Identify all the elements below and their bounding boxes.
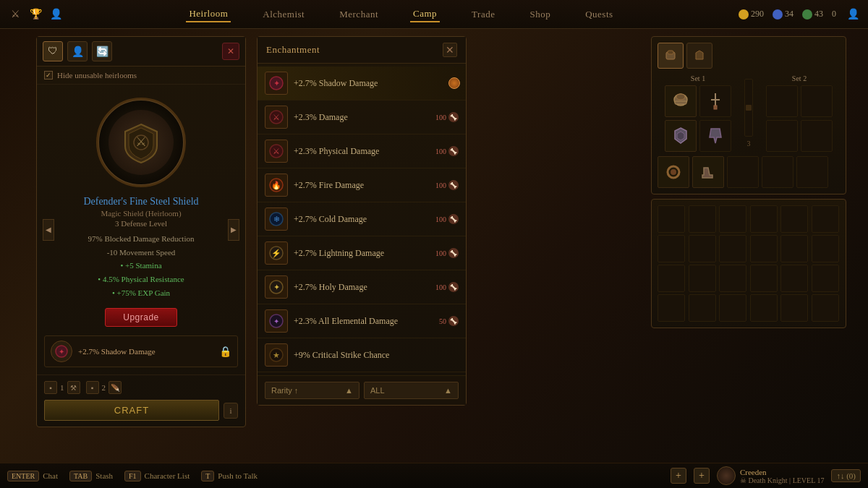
- svg-point-25: [676, 94, 685, 100]
- key-t: T: [201, 471, 214, 481]
- stat-2: -10 Movement Speed: [44, 246, 238, 260]
- enchant-item-7[interactable]: ✦ +2.3% All Elemental Damage 50 🦴: [258, 304, 466, 338]
- equipment-set-2: Set 2: [759, 74, 840, 152]
- inv-cell-16[interactable]: [780, 265, 808, 292]
- slot-helmet[interactable]: [665, 85, 697, 117]
- inv-cell-4[interactable]: [780, 205, 808, 233]
- enchant-item-1[interactable]: ⚔ +2.3% Damage 100 🦴: [258, 100, 466, 134]
- enchantment-modal: Enchantment ✕ ✦ +2.7% Shadow Damage ⚔: [257, 36, 467, 406]
- slot-weapon[interactable]: [699, 85, 731, 117]
- inv-cell-19[interactable]: [689, 294, 716, 322]
- inv-cell-0[interactable]: [658, 205, 685, 233]
- inv-cell-1[interactable]: [689, 205, 716, 233]
- enchant-item-8[interactable]: ★ +9% Critical Strike Chance: [258, 338, 466, 372]
- inv-cell-23[interactable]: [812, 294, 839, 322]
- slot-extra-3[interactable]: [727, 156, 759, 188]
- inv-cell-11[interactable]: [812, 235, 839, 262]
- enchant-cost-3: 100 🦴: [435, 180, 459, 190]
- elemental-dmg-icon: ✦: [268, 313, 284, 329]
- svg-point-31: [671, 169, 676, 175]
- nav-icon-3[interactable]: 👤: [48, 7, 64, 22]
- hide-unusable-checkbox[interactable]: ✓: [44, 71, 53, 80]
- slot-s2-2[interactable]: [801, 85, 833, 117]
- slot-extra-5[interactable]: [796, 156, 828, 188]
- nav-icon-1[interactable]: ⚔: [7, 7, 23, 22]
- shadow-dmg-icon: ✦: [268, 75, 284, 91]
- upgrade-button[interactable]: Upgrade: [105, 308, 177, 327]
- tab-alchemist[interactable]: Alchemist: [260, 7, 307, 22]
- equip-tab-1[interactable]: [658, 43, 684, 69]
- enchant-list: ✦ +2.7% Shadow Damage ⚔ +2.3% Damage 100…: [258, 64, 466, 375]
- svg-text:✦: ✦: [273, 317, 279, 325]
- svg-text:✦: ✦: [273, 283, 280, 291]
- tab-merchant[interactable]: Merchant: [336, 7, 381, 22]
- add-button-2[interactable]: +: [694, 468, 710, 484]
- enchant-icon-5: ⚡: [265, 241, 288, 265]
- panel-close-button[interactable]: ✕: [222, 43, 239, 60]
- nav-icon-2[interactable]: 🏆: [27, 7, 43, 22]
- tab-trade[interactable]: Trade: [469, 7, 498, 22]
- next-item-button[interactable]: ▶: [228, 219, 239, 241]
- inv-cell-10[interactable]: [780, 235, 808, 262]
- inv-cell-12[interactable]: [658, 265, 685, 292]
- inv-cell-3[interactable]: [750, 205, 778, 233]
- green-icon: [802, 9, 812, 20]
- inv-cell-2[interactable]: [719, 205, 746, 233]
- enchant-item-5[interactable]: ⚡ +2.7% Lightning Damage 100 🦴: [258, 236, 466, 270]
- body-tab-icon: [693, 49, 706, 62]
- tab-heirloom[interactable]: Heirloom: [186, 7, 231, 22]
- inv-cell-5[interactable]: [812, 205, 839, 233]
- inv-cell-18[interactable]: [658, 294, 685, 322]
- inv-cell-21[interactable]: [750, 294, 778, 322]
- inv-cell-6[interactable]: [658, 235, 685, 262]
- profile-icon[interactable]: 👤: [845, 7, 861, 22]
- slot-pants[interactable]: [699, 120, 731, 152]
- filter-label: ALL: [370, 386, 385, 395]
- panel-tab-shield[interactable]: 🛡: [43, 41, 63, 61]
- cost-value-1: 100: [435, 114, 446, 121]
- slot-s2-4[interactable]: [801, 120, 833, 152]
- equip-tab-2[interactable]: [686, 43, 712, 69]
- enchant-item-4[interactable]: ❄ +2.7% Cold Damage 100 🦴: [258, 202, 466, 236]
- inv-cell-17[interactable]: [812, 265, 839, 292]
- svg-text:⚔: ⚔: [273, 113, 280, 121]
- add-button[interactable]: +: [671, 468, 686, 484]
- enchant-name-2: +2.3% Physical Damage: [294, 146, 435, 157]
- enchant-item-6[interactable]: ✦ +2.7% Holy Damage 100 🦴: [258, 270, 466, 304]
- inv-cell-14[interactable]: [719, 265, 746, 292]
- slot-s2-1[interactable]: [766, 85, 798, 117]
- enchant-icon-3: 🔥: [265, 174, 288, 197]
- craft-button[interactable]: CRAFT: [44, 400, 219, 421]
- inv-cell-9[interactable]: [750, 235, 778, 262]
- tab-quests[interactable]: Quests: [582, 7, 616, 22]
- slot-extra-4[interactable]: [762, 156, 793, 188]
- nav-tabs: Heirloom Alchemist Merchant Camp Trade S…: [186, 7, 616, 22]
- helmet-item-icon: [671, 91, 691, 111]
- inv-cell-7[interactable]: [689, 235, 716, 262]
- enchant-item-2[interactable]: ⚔ +2.3% Physical Damage 100 🦴: [258, 134, 466, 168]
- slot-extra-1[interactable]: [658, 156, 689, 188]
- tab-shop[interactable]: Shop: [527, 7, 553, 22]
- slot-s2-3[interactable]: [766, 120, 798, 152]
- character-avatar: [717, 466, 736, 485]
- slot-enchant-text: +2.7% Shadow Damage: [78, 347, 156, 356]
- inv-cell-8[interactable]: [719, 235, 746, 262]
- inv-cell-20[interactable]: [719, 294, 746, 322]
- slot-armor[interactable]: [665, 120, 697, 152]
- modal-close-button[interactable]: ✕: [443, 43, 457, 57]
- slot-extra-2[interactable]: [692, 156, 724, 188]
- sort-button[interactable]: Rarity ↑ ▲: [265, 382, 359, 399]
- hotkey-tab: TAB Stash: [69, 471, 113, 481]
- panel-tab-person[interactable]: 👤: [67, 41, 88, 61]
- inv-cell-22[interactable]: [780, 294, 808, 322]
- info-button[interactable]: i: [224, 403, 238, 419]
- inv-cell-13[interactable]: [689, 265, 716, 292]
- panel-tab-cycle[interactable]: 🔄: [92, 41, 112, 61]
- enchantment-slot[interactable]: ✦ +2.7% Shadow Damage 🔒: [44, 335, 238, 367]
- enchant-item-3[interactable]: 🔥 +2.7% Fire Damage 100 🦴: [258, 168, 466, 202]
- tab-camp[interactable]: Camp: [410, 7, 440, 22]
- prev-item-button[interactable]: ◀: [43, 219, 54, 241]
- enchant-item-0[interactable]: ✦ +2.7% Shadow Damage: [258, 67, 466, 100]
- inv-cell-15[interactable]: [750, 265, 778, 292]
- filter-button[interactable]: ALL ▲: [364, 382, 459, 399]
